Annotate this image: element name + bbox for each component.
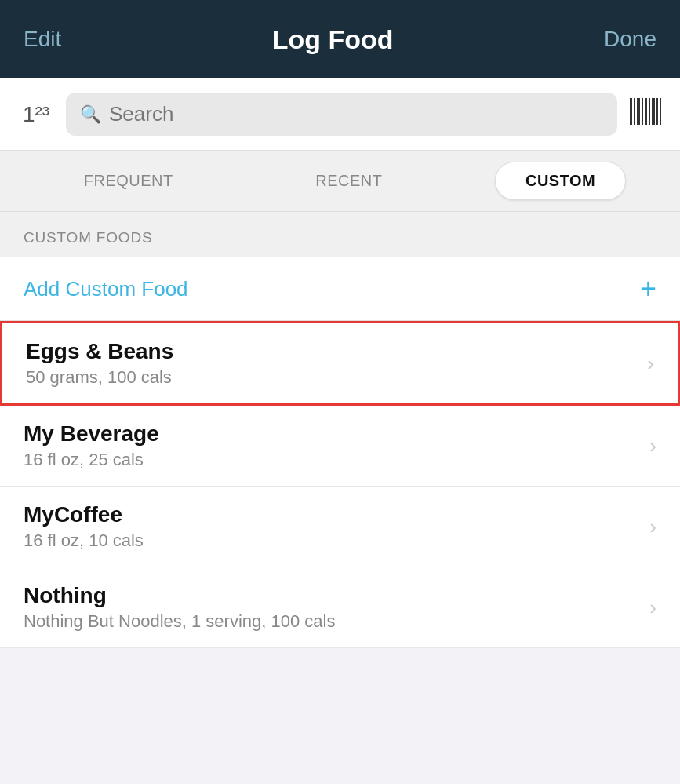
food-name: MyCoffee: [24, 502, 640, 527]
chevron-right-icon: ›: [649, 596, 656, 620]
add-custom-food-row[interactable]: Add Custom Food +: [0, 257, 680, 321]
svg-rect-6: [652, 98, 655, 125]
tab-custom[interactable]: CUSTOM: [495, 162, 626, 200]
food-name: Nothing: [24, 583, 640, 608]
food-item[interactable]: Eggs & Beans 50 grams, 100 cals ›: [0, 321, 680, 406]
food-item[interactable]: Nothing Nothing But Noodles, 1 serving, …: [0, 567, 680, 648]
svg-rect-3: [642, 98, 643, 125]
food-detail: 50 grams, 100 cals: [26, 367, 638, 388]
svg-rect-8: [660, 98, 661, 125]
svg-rect-7: [656, 98, 658, 125]
svg-rect-0: [630, 98, 632, 125]
food-detail: 16 fl oz, 10 cals: [24, 531, 640, 551]
add-custom-food-label: Add Custom Food: [24, 277, 188, 301]
svg-rect-1: [634, 98, 635, 125]
page-title: Log Food: [272, 24, 394, 55]
food-info: My Beverage 16 fl oz, 25 cals: [24, 421, 640, 470]
food-list: Eggs & Beans 50 grams, 100 cals › My Bev…: [0, 321, 680, 648]
chevron-right-icon: ›: [649, 434, 656, 458]
search-container[interactable]: 🔍: [66, 93, 617, 136]
search-input[interactable]: [109, 102, 603, 126]
food-detail: 16 fl oz, 25 cals: [24, 450, 640, 470]
svg-rect-4: [645, 98, 647, 125]
search-icon: 🔍: [80, 104, 101, 125]
done-button[interactable]: Done: [604, 27, 656, 52]
food-detail: Nothing But Noodles, 1 serving, 100 cals: [24, 611, 640, 632]
svg-rect-2: [637, 98, 640, 125]
food-name: My Beverage: [24, 421, 640, 447]
search-area: 1²³ 🔍: [0, 78, 680, 151]
svg-rect-5: [649, 98, 650, 125]
edit-button[interactable]: Edit: [24, 27, 61, 52]
food-item[interactable]: MyCoffee 16 fl oz, 10 cals ›: [0, 487, 680, 567]
section-header: CUSTOM FOODS: [0, 212, 680, 257]
food-info: Eggs & Beans 50 grams, 100 cals: [26, 339, 638, 388]
add-plus-icon: +: [640, 275, 656, 303]
app-header: Edit Log Food Done: [0, 0, 680, 78]
chevron-right-icon: ›: [647, 352, 654, 376]
section-title: CUSTOM FOODS: [24, 229, 152, 246]
chevron-right-icon: ›: [649, 515, 656, 539]
tab-frequent[interactable]: FREQUENT: [54, 162, 203, 199]
tabs-bar: FREQUENT RECENT CUSTOM: [0, 151, 680, 212]
food-name: Eggs & Beans: [26, 339, 638, 364]
tab-recent[interactable]: RECENT: [285, 162, 412, 199]
numeric-icon: 1²³: [16, 102, 56, 127]
barcode-icon[interactable]: [627, 98, 664, 130]
food-info: Nothing Nothing But Noodles, 1 serving, …: [24, 583, 640, 632]
food-info: MyCoffee 16 fl oz, 10 cals: [24, 502, 640, 551]
food-item[interactable]: My Beverage 16 fl oz, 25 cals ›: [0, 406, 680, 487]
